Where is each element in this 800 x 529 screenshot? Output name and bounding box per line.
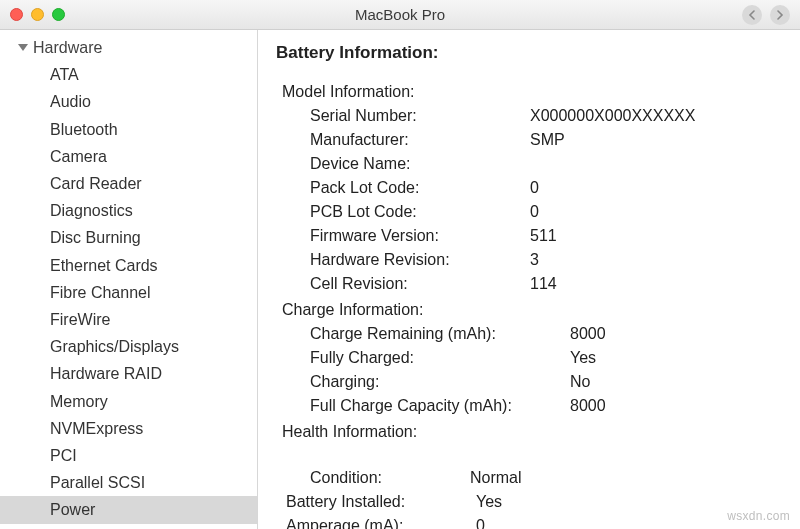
nav-buttons xyxy=(742,5,790,25)
sidebar[interactable]: Hardware ATAAudioBluetoothCameraCard Rea… xyxy=(0,30,258,529)
value-charge-remaining: 8000 xyxy=(570,322,786,346)
health-information-header: Health Information: xyxy=(276,420,786,444)
value-manufacturer: SMP xyxy=(530,128,786,152)
sidebar-item-printers[interactable]: Printers xyxy=(0,524,257,529)
row-charging: Charging:No xyxy=(276,370,786,394)
zoom-icon[interactable] xyxy=(52,8,65,21)
label-battery-installed: Battery Installed: xyxy=(286,490,476,514)
section-title: Battery Information: xyxy=(276,40,786,66)
row-serial: Serial Number:X000000X000XXXXXX xyxy=(276,104,786,128)
label-serial: Serial Number: xyxy=(310,104,530,128)
label-pcb-lot: PCB Lot Code: xyxy=(310,200,530,224)
sidebar-item-camera[interactable]: Camera xyxy=(0,143,257,170)
sidebar-item-firewire[interactable]: FireWire xyxy=(0,306,257,333)
sidebar-item-pci[interactable]: PCI xyxy=(0,442,257,469)
detail-pane: Battery Information: Model Information: … xyxy=(258,30,800,529)
label-hw-rev: Hardware Revision: xyxy=(310,248,530,272)
value-condition: Normal xyxy=(470,466,786,490)
row-fully-charged: Fully Charged:Yes xyxy=(276,346,786,370)
row-device-name: Device Name: xyxy=(276,152,786,176)
sidebar-category-label: Hardware xyxy=(33,34,102,61)
label-charge-remaining: Charge Remaining (mAh): xyxy=(310,322,570,346)
sidebar-item-card-reader[interactable]: Card Reader xyxy=(0,170,257,197)
model-information-header: Model Information: xyxy=(276,80,786,104)
value-charging: No xyxy=(570,370,786,394)
nav-forward-button[interactable] xyxy=(770,5,790,25)
value-pcb-lot: 0 xyxy=(530,200,786,224)
row-cell-rev: Cell Revision:114 xyxy=(276,272,786,296)
sidebar-item-hardware-raid[interactable]: Hardware RAID xyxy=(0,360,257,387)
row-amperage: Amperage (mA):0 xyxy=(276,514,786,530)
value-fully-charged: Yes xyxy=(570,346,786,370)
sidebar-item-ethernet-cards[interactable]: Ethernet Cards xyxy=(0,252,257,279)
row-battery-installed: Battery Installed:Yes xyxy=(276,490,786,514)
label-pack-lot: Pack Lot Code: xyxy=(310,176,530,200)
charge-information-header: Charge Information: xyxy=(276,298,786,322)
nav-back-button[interactable] xyxy=(742,5,762,25)
content-area: Hardware ATAAudioBluetoothCameraCard Rea… xyxy=(0,30,800,529)
label-device-name: Device Name: xyxy=(310,152,530,176)
label-full-capacity: Full Charge Capacity (mAh): xyxy=(310,394,570,418)
sidebar-item-bluetooth[interactable]: Bluetooth xyxy=(0,116,257,143)
minimize-icon[interactable] xyxy=(31,8,44,21)
sidebar-item-fibre-channel[interactable]: Fibre Channel xyxy=(0,279,257,306)
row-manufacturer: Manufacturer:SMP xyxy=(276,128,786,152)
label-manufacturer: Manufacturer: xyxy=(310,128,530,152)
sidebar-item-audio[interactable]: Audio xyxy=(0,88,257,115)
row-charge-remaining: Charge Remaining (mAh):8000 xyxy=(276,322,786,346)
sidebar-category-hardware[interactable]: Hardware xyxy=(0,34,257,61)
watermark: wsxdn.com xyxy=(727,509,790,523)
row-firmware: Firmware Version:511 xyxy=(276,224,786,248)
sidebar-item-graphics-displays[interactable]: Graphics/Displays xyxy=(0,333,257,360)
sidebar-item-ata[interactable]: ATA xyxy=(0,61,257,88)
value-device-name xyxy=(530,152,786,176)
sidebar-items: ATAAudioBluetoothCameraCard ReaderDiagno… xyxy=(0,61,257,529)
disclosure-triangle-icon[interactable] xyxy=(18,44,28,51)
value-pack-lot: 0 xyxy=(530,176,786,200)
value-firmware: 511 xyxy=(530,224,786,248)
label-cell-rev: Cell Revision: xyxy=(310,272,530,296)
sidebar-item-diagnostics[interactable]: Diagnostics xyxy=(0,197,257,224)
sidebar-item-memory[interactable]: Memory xyxy=(0,388,257,415)
value-serial: X000000X000XXXXXX xyxy=(530,104,786,128)
sidebar-item-nvmexpress[interactable]: NVMExpress xyxy=(0,415,257,442)
window-controls xyxy=(0,8,65,21)
chevron-left-icon xyxy=(748,10,756,20)
label-charging: Charging: xyxy=(310,370,570,394)
sidebar-item-parallel-scsi[interactable]: Parallel SCSI xyxy=(0,469,257,496)
row-pack-lot: Pack Lot Code:0 xyxy=(276,176,786,200)
value-full-capacity: 8000 xyxy=(570,394,786,418)
label-firmware: Firmware Version: xyxy=(310,224,530,248)
titlebar: MacBook Pro xyxy=(0,0,800,30)
row-hw-rev: Hardware Revision:3 xyxy=(276,248,786,272)
label-condition: Condition: xyxy=(310,466,470,490)
window-title: MacBook Pro xyxy=(0,6,800,23)
chevron-right-icon xyxy=(776,10,784,20)
row-pcb-lot: PCB Lot Code:0 xyxy=(276,200,786,224)
sidebar-item-power[interactable]: Power xyxy=(0,496,257,523)
value-cell-rev: 114 xyxy=(530,272,786,296)
label-fully-charged: Fully Charged: xyxy=(310,346,570,370)
close-icon[interactable] xyxy=(10,8,23,21)
value-hw-rev: 3 xyxy=(530,248,786,272)
row-condition: Condition:Normal xyxy=(276,466,786,490)
label-amperage: Amperage (mA): xyxy=(286,514,476,530)
sidebar-item-disc-burning[interactable]: Disc Burning xyxy=(0,224,257,251)
row-full-capacity: Full Charge Capacity (mAh):8000 xyxy=(276,394,786,418)
